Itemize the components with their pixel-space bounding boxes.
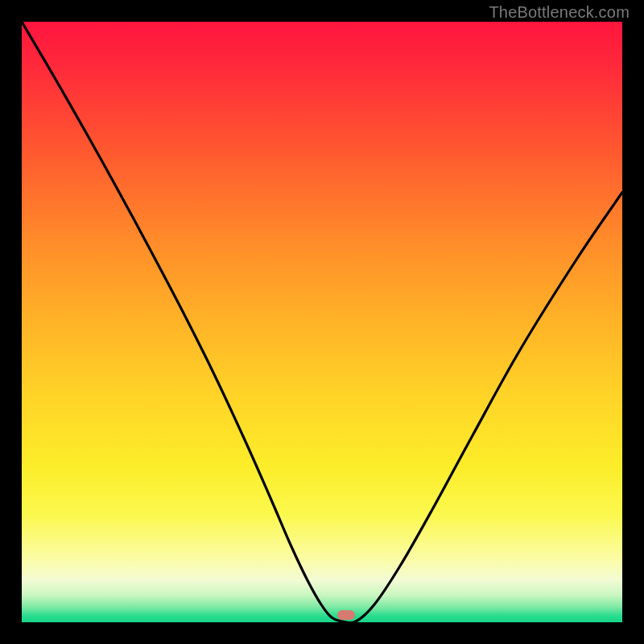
- min-marker: [337, 610, 355, 620]
- curve-layer: [22, 22, 622, 622]
- bottleneck-curve: [22, 22, 622, 622]
- watermark-text: TheBottleneck.com: [489, 3, 630, 22]
- plot-area: [22, 22, 622, 622]
- chart-frame: TheBottleneck.com: [0, 0, 644, 644]
